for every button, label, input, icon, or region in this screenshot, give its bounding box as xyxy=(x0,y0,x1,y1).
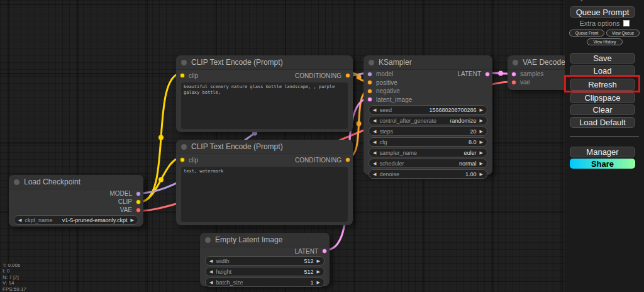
widget-width[interactable]: ◀ width 512 ▶ xyxy=(205,256,325,266)
increment-arrow-icon[interactable]: ▶ xyxy=(480,172,483,176)
node-empty-latent-image[interactable]: Empty Latent Image LATENT ◀ width 512 ▶ … xyxy=(200,233,330,286)
input-slot-model[interactable]: model xyxy=(364,70,412,79)
widget-height[interactable]: ◀ height 512 ▶ xyxy=(205,267,325,276)
link-midpoint-dot xyxy=(158,177,164,182)
increment-arrow-icon[interactable]: ▶ xyxy=(480,118,483,123)
node-titlebar[interactable]: KSampler xyxy=(364,55,492,70)
latent-slot-dot[interactable] xyxy=(511,72,516,77)
input-slot-clip[interactable]: clip xyxy=(176,157,198,164)
prev-arrow-icon[interactable]: ◀ xyxy=(18,218,21,222)
widget-sampler-name[interactable]: ◀ sampler_name euler ▶ xyxy=(369,148,487,157)
input-slot-negative[interactable]: negative xyxy=(364,87,412,96)
clear-button[interactable]: Clear xyxy=(570,104,635,115)
extra-options-label: Extra options xyxy=(579,20,619,27)
clipspace-button[interactable]: Clipspace xyxy=(570,93,635,103)
increment-arrow-icon[interactable]: ▶ xyxy=(480,129,483,133)
conditioning-slot-dot[interactable] xyxy=(367,80,372,85)
load-default-button[interactable]: Load Default xyxy=(570,117,635,128)
input-slot-positive[interactable]: positive xyxy=(364,79,412,87)
link-midpoint-dot xyxy=(158,135,164,140)
collapse-dot[interactable] xyxy=(181,144,187,150)
clip-slot-dot[interactable] xyxy=(180,157,185,162)
output-slot-latent[interactable]: LATENT xyxy=(457,70,492,79)
input-slot-clip[interactable]: clip xyxy=(176,72,198,79)
decrement-arrow-icon[interactable]: ◀ xyxy=(373,140,376,144)
widget-control-after-generate[interactable]: ◀ control_after_generate randomize ▶ xyxy=(369,116,487,125)
link-midpoint-dot xyxy=(498,71,503,76)
collapse-dot[interactable] xyxy=(513,60,518,65)
output-slot-vae[interactable]: VAE xyxy=(9,206,143,214)
model-slot-dot[interactable] xyxy=(136,191,141,196)
model-slot-dot[interactable] xyxy=(367,72,372,77)
queue-prompt-button[interactable]: Queue Prompt xyxy=(570,6,635,18)
widget-steps[interactable]: ◀ steps 20 ▶ xyxy=(369,126,487,136)
collapse-dot[interactable] xyxy=(369,60,374,65)
latent-slot-dot[interactable] xyxy=(322,249,327,254)
node-clip-text-encode-negative[interactable]: CLIP Text Encode (Prompt) clip CONDITION… xyxy=(176,140,353,225)
node-titlebar[interactable]: CLIP Text Encode (Prompt) xyxy=(176,55,353,70)
node-title: CLIP Text Encode (Prompt) xyxy=(191,58,283,67)
collapse-dot[interactable] xyxy=(14,179,19,185)
latent-slot-dot[interactable] xyxy=(367,97,372,102)
decrement-arrow-icon[interactable]: ◀ xyxy=(209,259,213,263)
widget-scheduler[interactable]: ◀ scheduler normal ▶ xyxy=(369,159,487,168)
collapse-dot[interactable] xyxy=(205,237,211,243)
node-load-checkpoint[interactable]: Load Checkpoint MODEL CLIP VAE ◀ ckpt_na… xyxy=(9,175,143,227)
link-midpoint-dot xyxy=(357,75,362,80)
collapse-dot[interactable] xyxy=(181,60,187,65)
output-slot-clip[interactable]: CLIP xyxy=(9,198,143,206)
decrement-arrow-icon[interactable]: ◀ xyxy=(373,172,376,176)
conditioning-slot-dot[interactable] xyxy=(345,157,350,162)
decrement-arrow-icon[interactable]: ◀ xyxy=(373,161,376,166)
increment-arrow-icon[interactable]: ▶ xyxy=(317,280,320,284)
conditioning-slot-dot[interactable] xyxy=(345,73,350,78)
extra-options-checkbox[interactable] xyxy=(623,20,630,26)
decrement-arrow-icon[interactable]: ◀ xyxy=(373,108,376,112)
widget-batch-size[interactable]: ◀ batch_size 1 ▶ xyxy=(205,278,325,287)
clip-slot-dot[interactable] xyxy=(136,199,141,205)
decrement-arrow-icon[interactable]: ◀ xyxy=(373,150,376,155)
increment-arrow-icon[interactable]: ▶ xyxy=(317,259,320,263)
increment-arrow-icon[interactable]: ▶ xyxy=(480,140,483,144)
output-slot-conditioning[interactable]: CONDITIONING xyxy=(295,157,353,164)
clip-slot-dot[interactable] xyxy=(180,73,185,78)
node-title: KSampler xyxy=(379,58,412,67)
decrement-arrow-icon[interactable]: ◀ xyxy=(373,129,376,133)
performance-stats: T: 0.00s I: 0 N: 7 [7] V: 14 FPS:59.17 xyxy=(3,262,26,292)
increment-arrow-icon[interactable]: ▶ xyxy=(480,108,483,112)
widget-cfg[interactable]: ◀ cfg 8.0 ▶ xyxy=(369,137,487,147)
increment-arrow-icon[interactable]: ▶ xyxy=(480,150,483,155)
vae-slot-dot[interactable] xyxy=(511,80,516,85)
comfy-menu: Queue size: 0 Queue Prompt Extra options… xyxy=(565,0,644,292)
latent-slot-dot[interactable] xyxy=(485,72,490,77)
vae-slot-dot[interactable] xyxy=(136,208,141,213)
prompt-textarea[interactable]: beautiful scenery nature glass bottle la… xyxy=(181,82,348,129)
manager-button[interactable]: Manager xyxy=(570,147,635,157)
stat-version: V: 14 xyxy=(3,280,26,286)
output-slot-model[interactable]: MODEL xyxy=(9,189,143,198)
node-titlebar[interactable]: Empty Latent Image xyxy=(200,233,330,247)
node-titlebar[interactable]: CLIP Text Encode (Prompt) xyxy=(176,140,353,154)
conditioning-slot-dot[interactable] xyxy=(367,89,372,94)
decrement-arrow-icon[interactable]: ◀ xyxy=(209,280,213,284)
prompt-textarea[interactable]: text, watermark xyxy=(181,167,348,222)
node-clip-text-encode-positive[interactable]: CLIP Text Encode (Prompt) clip CONDITION… xyxy=(176,55,353,132)
view-history-button[interactable]: View History xyxy=(587,38,623,45)
decrement-arrow-icon[interactable]: ◀ xyxy=(209,269,213,274)
widget-denoise[interactable]: ◀ denoise 1.00 ▶ xyxy=(369,169,487,179)
widget-seed[interactable]: ◀ seed 156680208700286 ▶ xyxy=(369,105,487,115)
queue-front-button[interactable]: Queue Front xyxy=(569,30,604,36)
output-slot-conditioning[interactable]: CONDITIONING xyxy=(295,72,353,79)
increment-arrow-icon[interactable]: ▶ xyxy=(317,269,320,274)
input-slot-latent-image[interactable]: latent_image xyxy=(364,96,412,104)
save-button[interactable]: Save xyxy=(570,53,635,64)
node-titlebar[interactable]: Load Checkpoint xyxy=(9,175,143,189)
next-arrow-icon[interactable]: ▶ xyxy=(131,218,134,222)
node-ksampler[interactable]: KSampler model positive negative lat xyxy=(364,55,492,175)
output-slot-latent[interactable]: LATENT xyxy=(200,247,330,255)
decrement-arrow-icon[interactable]: ◀ xyxy=(373,118,376,123)
share-button[interactable]: Share xyxy=(570,159,635,169)
view-queue-button[interactable]: View Queue xyxy=(606,30,640,36)
widget-ckpt-name[interactable]: ◀ ckpt_name v1-5-pruned-emaonly.ckpt ▶ xyxy=(14,215,138,225)
increment-arrow-icon[interactable]: ▶ xyxy=(480,161,483,166)
